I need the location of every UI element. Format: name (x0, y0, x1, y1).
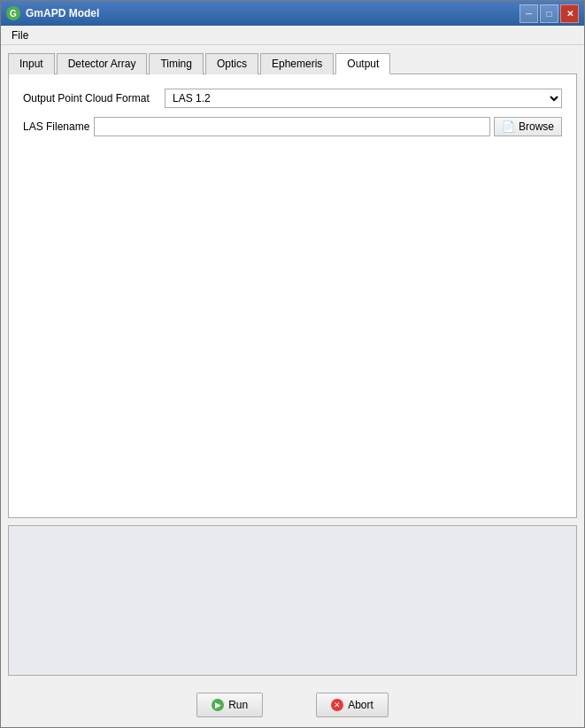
main-window: G GmAPD Model ─ □ ✕ File Input Detector … (0, 0, 585, 728)
format-label: Output Point Cloud Format (23, 92, 165, 105)
app-icon: G (6, 6, 20, 20)
tabs-container: Input Detector Array Timing Optics Ephem… (8, 52, 577, 518)
filename-label: LAS Filename (23, 120, 94, 133)
log-panel (8, 525, 577, 676)
tab-output[interactable]: Output (335, 53, 390, 74)
tab-detector-array[interactable]: Detector Array (57, 53, 148, 74)
abort-button[interactable]: ✕ Abort (316, 693, 389, 717)
title-bar: G GmAPD Model ─ □ ✕ (1, 1, 584, 26)
browse-button[interactable]: 📄 Browse (494, 117, 562, 136)
window-title: GmAPD Model (26, 7, 520, 19)
format-row: Output Point Cloud Format LAS 1.2 LAS 1.… (23, 89, 562, 108)
browse-label: Browse (519, 120, 554, 133)
browse-icon: 📄 (502, 120, 515, 133)
tab-content-output: Output Point Cloud Format LAS 1.2 LAS 1.… (8, 74, 577, 518)
minimize-button[interactable]: ─ (520, 4, 538, 23)
close-button[interactable]: ✕ (560, 4, 579, 23)
maximize-button[interactable]: □ (540, 4, 558, 23)
format-select[interactable]: LAS 1.2 LAS 1.4 ASCII (165, 89, 562, 108)
tab-optics[interactable]: Optics (205, 53, 258, 74)
bottom-actions: ▶ Run ✕ Abort (1, 683, 584, 727)
filename-row: LAS Filename 📄 Browse (23, 117, 562, 136)
tab-ephemeris[interactable]: Ephemeris (260, 53, 334, 74)
tab-bar: Input Detector Array Timing Optics Ephem… (8, 52, 577, 74)
content-area: Input Detector Array Timing Optics Ephem… (1, 45, 584, 683)
tab-input[interactable]: Input (8, 53, 55, 74)
run-button[interactable]: ▶ Run (196, 693, 263, 717)
window-controls: ─ □ ✕ (520, 4, 579, 23)
filename-input[interactable] (94, 117, 490, 136)
run-label: Run (228, 699, 248, 711)
menu-bar: File (1, 26, 584, 45)
abort-icon: ✕ (331, 699, 343, 711)
file-menu[interactable]: File (4, 27, 35, 43)
run-icon: ▶ (212, 699, 224, 711)
tab-timing[interactable]: Timing (149, 53, 204, 74)
format-select-wrapper: LAS 1.2 LAS 1.4 ASCII (165, 89, 562, 108)
abort-label: Abort (348, 699, 373, 711)
